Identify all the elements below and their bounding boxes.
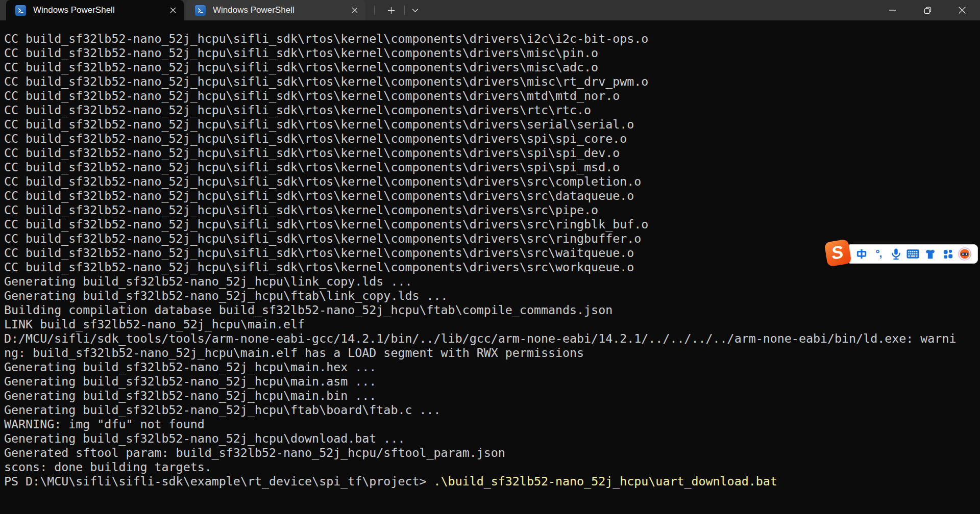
- sogou-logo[interactable]: S: [824, 239, 852, 267]
- terminal-line: CC build_sf32lb52-nano_52j_hcpu\sifli_sd…: [4, 160, 956, 174]
- ime-toolbar: °,: [826, 241, 979, 267]
- terminal-line: CC build_sf32lb52-nano_52j_hcpu\sifli_sd…: [4, 189, 956, 203]
- powershell-icon: [15, 5, 26, 16]
- restore-icon: [924, 7, 932, 14]
- terminal-line: LINK build_sf32lb52-nano_52j_hcpu\main.e…: [4, 317, 956, 331]
- terminal-line: CC build_sf32lb52-nano_52j_hcpu\sifli_sd…: [4, 46, 956, 60]
- tabbar-divider: [374, 6, 375, 15]
- terminal-line: CC build_sf32lb52-nano_52j_hcpu\sifli_sd…: [4, 32, 956, 46]
- punctuation-label: °,: [875, 248, 881, 259]
- terminal-line: Generating build_sf32lb52-nano_52j_hcpu\…: [4, 274, 956, 289]
- terminal-line: PS D:\MCU\sifli\sifli-sdk\example\rt_dev…: [4, 474, 956, 489]
- tab-close-button[interactable]: [347, 3, 362, 18]
- terminal-line: CC build_sf32lb52-nano_52j_hcpu\sifli_sd…: [4, 232, 956, 246]
- terminal-line: D:/MCU/sifli/sdk_tools/tools/arm-none-ea…: [4, 331, 956, 346]
- title-bar: Windows PowerShell Windows PowerShell: [0, 0, 980, 20]
- keyboard-icon[interactable]: [906, 247, 920, 261]
- terminal-line: CC build_sf32lb52-nano_52j_hcpu\sifli_sd…: [4, 260, 956, 274]
- terminal-output: CC build_sf32lb52-nano_52j_hcpu\sifli_sd…: [4, 32, 956, 489]
- terminal-line: CC build_sf32lb52-nano_52j_hcpu\sifli_sd…: [4, 246, 956, 260]
- terminal-line: Generating build_sf32lb52-nano_52j_hcpu\…: [4, 389, 956, 403]
- terminal-line: CC build_sf32lb52-nano_52j_hcpu\sifli_sd…: [4, 174, 956, 189]
- terminal-line: CC build_sf32lb52-nano_52j_hcpu\sifli_sd…: [4, 117, 956, 132]
- new-tab-button[interactable]: [382, 2, 400, 18]
- terminal-line: scons: done building targets.: [4, 460, 956, 474]
- tabbar-divider: [404, 6, 405, 15]
- tab-windows-powershell-2[interactable]: Windows PowerShell: [186, 0, 365, 20]
- microphone-icon[interactable]: [889, 247, 903, 261]
- tab-title: Windows PowerShell: [33, 5, 165, 15]
- sogou-s-letter: S: [830, 242, 845, 262]
- close-icon: [959, 7, 966, 14]
- punctuation-icon[interactable]: °,: [872, 247, 886, 261]
- terminal-line: Generating build_sf32lb52-nano_52j_hcpu\…: [4, 403, 956, 417]
- tab-close-button[interactable]: [165, 3, 181, 18]
- chinese-mode-icon[interactable]: [854, 247, 868, 261]
- toolbox-icon[interactable]: [941, 247, 954, 261]
- terminal-line: CC build_sf32lb52-nano_52j_hcpu\sifli_sd…: [4, 132, 956, 146]
- minimize-button[interactable]: [877, 0, 907, 20]
- terminal-line: ng: build_sf32lb52-nano_52j_hcpu\main.el…: [4, 346, 956, 360]
- terminal-line: Generating build_sf32lb52-nano_52j_hcpu\…: [4, 289, 956, 303]
- terminal-line: CC build_sf32lb52-nano_52j_hcpu\sifli_sd…: [4, 74, 956, 89]
- terminal-line: WARNING: img "dfu" not found: [4, 417, 956, 431]
- ime-toolbar-bar: °,: [848, 244, 978, 264]
- tab-title: Windows PowerShell: [213, 5, 347, 15]
- powershell-icon: [195, 5, 206, 16]
- tab-dropdown-button[interactable]: [406, 2, 424, 18]
- terminal-line: Building compilation database build_sf32…: [4, 303, 956, 317]
- terminal-line: CC build_sf32lb52-nano_52j_hcpu\sifli_sd…: [4, 103, 956, 117]
- terminal-line: Generating build_sf32lb52-nano_52j_hcpu\…: [4, 431, 956, 446]
- terminal-line: Generating build_sf32lb52-nano_52j_hcpu\…: [4, 360, 956, 374]
- terminal-line: Generated sftool param: build_sf32lb52-n…: [4, 446, 956, 460]
- minimize-icon: [889, 10, 896, 11]
- terminal-line: CC build_sf32lb52-nano_52j_hcpu\sifli_sd…: [4, 146, 956, 160]
- terminal-line: Generating build_sf32lb52-nano_52j_hcpu\…: [4, 374, 956, 389]
- terminal-line: CC build_sf32lb52-nano_52j_hcpu\sifli_sd…: [4, 89, 956, 103]
- terminal-line: CC build_sf32lb52-nano_52j_hcpu\sifli_sd…: [4, 60, 956, 74]
- terminal-line: CC build_sf32lb52-nano_52j_hcpu\sifli_sd…: [4, 217, 956, 232]
- emoji-icon[interactable]: [958, 247, 972, 261]
- close-window-button[interactable]: [947, 0, 977, 20]
- tab-windows-powershell-1[interactable]: Windows PowerShell: [6, 0, 184, 20]
- restore-button[interactable]: [913, 0, 942, 20]
- terminal-line: CC build_sf32lb52-nano_52j_hcpu\sifli_sd…: [4, 203, 956, 217]
- terminal-viewport[interactable]: CC build_sf32lb52-nano_52j_hcpu\sifli_sd…: [0, 20, 980, 514]
- skin-icon[interactable]: [923, 247, 937, 261]
